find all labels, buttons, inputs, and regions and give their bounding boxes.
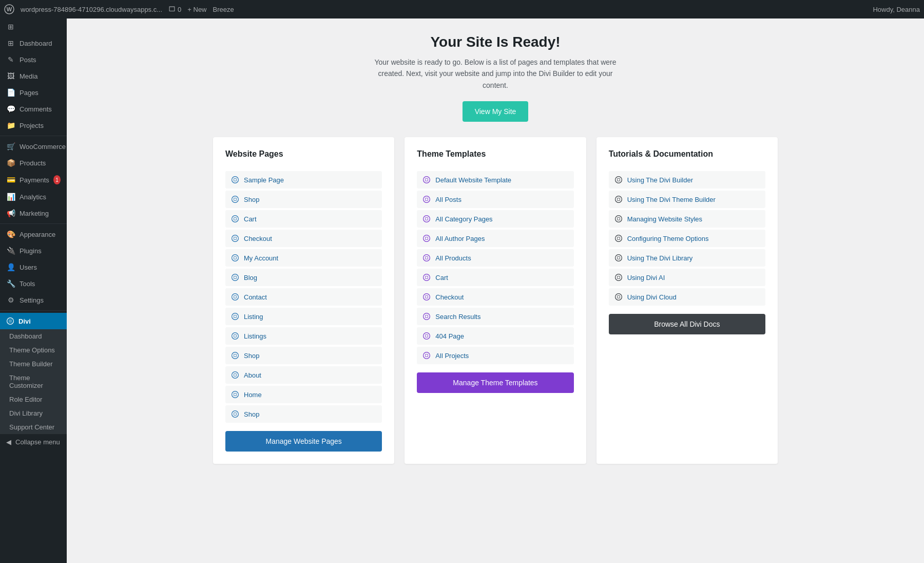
list-item[interactable]: Cart [417,269,573,286]
sidebar-item-users[interactable]: 👤 Users [0,259,67,275]
divi-item-icon [230,195,240,204]
collapse-menu-button[interactable]: ◀ Collapse menu [0,434,67,450]
breeze-button[interactable]: Breeze [213,6,234,13]
wordpress-logo: W [4,4,14,14]
svg-text:W: W [7,6,12,12]
sidebar-label-tools: Tools [20,280,35,288]
list-item[interactable]: 404 Page [417,327,573,345]
sidebar-item-posts[interactable]: ✎ Posts [0,51,67,68]
svg-point-23 [424,313,430,320]
svg-point-17 [424,196,430,203]
payments-icon: 💳 [6,176,15,184]
list-item[interactable]: About [225,366,382,384]
list-item[interactable]: Using Divi AI [609,269,765,286]
submenu-item-theme-builder[interactable]: Theme Builder [0,357,67,371]
sidebar-item-comments[interactable]: 💬 Comments [0,101,67,117]
divi-item-icon [422,195,431,204]
submenu-item-divi-library[interactable]: Divi Library [0,406,67,420]
list-item[interactable]: Shop [225,191,382,208]
manage-pages-button[interactable]: Manage Website Pages [225,431,382,452]
list-item[interactable]: Configuring Theme Options [609,230,765,247]
divi-item-icon [614,253,623,262]
new-button[interactable]: + New [187,6,206,13]
list-item[interactable]: Home [225,386,382,403]
tools-icon: 🔧 [6,279,15,288]
submenu-item-dashboard[interactable]: Dashboard [0,329,67,343]
list-item[interactable]: Listings [225,327,382,345]
appearance-icon: 🎨 [6,230,15,238]
sidebar-item-media[interactable]: 🖼 Media [0,68,67,84]
list-item[interactable]: Listing [225,308,382,325]
submenu-item-theme-options[interactable]: Theme Options [0,343,67,357]
sidebar-item-dashboard-top[interactable]: ⊞ [0,18,67,35]
sidebar-item-dashboard[interactable]: ⊞ Dashboard [0,35,67,51]
marketing-icon: 📢 [6,209,15,217]
admin-bar: W wordpress-784896-4710296.cloudwaysapps… [0,0,924,18]
list-item[interactable]: Search Results [417,308,573,325]
list-item[interactable]: Using The Divi Theme Builder [609,191,765,208]
page-subtitle: Your website is ready to go. Below is a … [372,57,619,91]
list-item[interactable]: All Projects [417,347,573,364]
list-item[interactable]: Contact [225,288,382,306]
submenu-item-support-center[interactable]: Support Center [0,420,67,434]
list-item[interactable]: Default Website Template [417,171,573,189]
list-item[interactable]: Using The Divi Builder [609,171,765,189]
list-item[interactable]: All Products [417,249,573,267]
sidebar-label-analytics: Analytics [20,193,46,201]
sidebar-label-plugins: Plugins [20,247,42,255]
list-item[interactable]: All Author Pages [417,230,573,247]
settings-icon: ⚙ [6,296,15,304]
submenu-item-theme-customizer[interactable]: Theme Customizer [0,371,67,392]
sidebar-item-marketing[interactable]: 📢 Marketing [0,205,67,221]
sidebar-item-tools[interactable]: 🔧 Tools [0,275,67,292]
sidebar-item-projects[interactable]: 📁 Projects [0,117,67,134]
list-item[interactable]: Checkout [417,288,573,306]
divi-item-icon [422,273,431,282]
list-item[interactable]: All Posts [417,191,573,208]
divi-menu-header[interactable]: Divi [0,313,67,329]
list-item[interactable]: Blog [225,269,382,286]
divi-item-icon [230,312,240,321]
sidebar-item-pages[interactable]: 📄 Pages [0,84,67,101]
sidebar-label-products: Products [20,159,46,167]
svg-point-5 [232,216,239,222]
svg-point-7 [232,255,239,261]
list-item[interactable]: Cart [225,210,382,228]
divi-item-icon [614,234,623,243]
submenu-item-role-editor[interactable]: Role Editor [0,392,67,406]
divi-item-icon [230,234,240,243]
svg-point-9 [232,294,239,301]
payments-badge: 1 [53,175,61,184]
sidebar-item-analytics[interactable]: 📊 Analytics [0,189,67,205]
site-url[interactable]: wordpress-784896-4710296.cloudwaysapps.c… [21,6,162,13]
website-pages-card: Website Pages Sample Page Shop [213,137,394,464]
list-item[interactable]: All Category Pages [417,210,573,228]
sidebar-item-settings[interactable]: ⚙ Settings [0,292,67,308]
divi-item-icon [422,351,431,360]
browse-docs-button[interactable]: Browse All Divi Docs [609,314,765,334]
sidebar-item-plugins[interactable]: 🔌 Plugins [0,242,67,259]
list-item[interactable]: Shop [225,405,382,423]
list-item[interactable]: Sample Page [225,171,382,189]
list-item[interactable]: Shop [225,347,382,364]
sidebar-item-appearance[interactable]: 🎨 Appearance [0,226,67,242]
menu-divider-1 [0,136,67,136]
list-item[interactable]: Using The Divi Library [609,249,765,267]
divi-item-icon [614,214,623,223]
comments-count[interactable]: 0 [168,6,181,13]
divi-item-icon [230,273,240,282]
list-item[interactable]: My Account [225,249,382,267]
list-item[interactable]: Using Divi Cloud [609,288,765,306]
sidebar-item-payments[interactable]: 💳 Payments 1 [0,171,67,189]
view-site-button[interactable]: View My Site [463,101,529,122]
sidebar-label-woocommerce: WooCommerce [20,143,66,151]
sidebar-item-products[interactable]: 📦 Products [0,155,67,171]
svg-point-12 [232,352,239,359]
list-item[interactable]: Checkout [225,230,382,247]
manage-templates-button[interactable]: Manage Theme Templates [417,372,573,393]
sidebar-item-woocommerce[interactable]: 🛒 WooCommerce [0,138,67,155]
list-item[interactable]: Managing Website Styles [609,210,765,228]
page-header: Your Site Is Ready! Your website is read… [77,34,914,122]
svg-point-14 [232,391,239,398]
svg-point-28 [615,216,622,222]
